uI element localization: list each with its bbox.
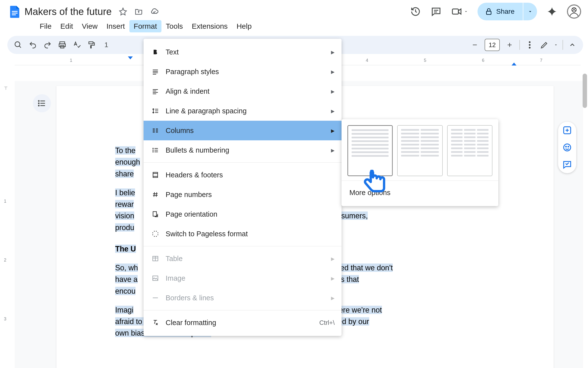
ruler-tick-label: 4 <box>366 58 368 63</box>
meet-button[interactable] <box>451 6 468 17</box>
svg-rect-0 <box>12 11 17 12</box>
star-icon[interactable] <box>119 7 127 16</box>
shortcut-label: Ctrl+\ <box>319 319 335 327</box>
menu-line-spacing[interactable]: Line & paragraph spacing ▸ <box>144 101 342 121</box>
menu-label: Borders & lines <box>166 294 214 302</box>
menu-page-orientation[interactable]: Page orientation <box>144 204 342 224</box>
menu-paragraph-styles[interactable]: Paragraph styles ▸ <box>144 62 342 81</box>
vertical-scrollbar[interactable] <box>583 74 587 108</box>
svg-rect-35 <box>153 91 156 91</box>
docs-logo[interactable] <box>7 4 23 19</box>
menu-help[interactable]: Help <box>232 20 256 32</box>
redo-icon[interactable] <box>43 40 52 50</box>
menu-table: Table ▸ <box>144 249 342 268</box>
svg-rect-46 <box>156 130 158 130</box>
svg-rect-37 <box>153 93 156 94</box>
menu-clear-formatting[interactable]: Clear formatting Ctrl+\ <box>144 313 342 332</box>
menu-edit[interactable]: Edit <box>56 20 77 32</box>
menu-tools[interactable]: Tools <box>161 20 187 32</box>
svg-rect-6 <box>487 11 491 14</box>
outline-toggle[interactable] <box>33 94 51 112</box>
separator <box>144 246 342 246</box>
svg-point-22 <box>529 44 530 46</box>
svg-rect-45 <box>156 129 158 129</box>
menu-file[interactable]: File <box>35 20 56 32</box>
share-dropdown[interactable] <box>523 3 537 20</box>
suggest-edits-button[interactable] <box>562 159 572 170</box>
gemini-icon[interactable] <box>546 6 558 17</box>
indent-marker-right[interactable] <box>512 63 516 66</box>
svg-rect-55 <box>153 172 158 178</box>
borders-icon <box>150 294 160 301</box>
zoom-indicator[interactable]: 1 <box>101 40 111 50</box>
chevron-down-icon[interactable] <box>554 43 558 47</box>
column-option-3[interactable] <box>447 125 492 176</box>
svg-rect-52 <box>155 150 158 150</box>
menu-label: Text <box>166 48 179 56</box>
editing-mode-icon[interactable] <box>539 40 549 50</box>
svg-point-51 <box>152 150 154 151</box>
svg-rect-31 <box>153 71 158 72</box>
svg-rect-44 <box>153 132 155 132</box>
menu-label: Columns <box>166 127 194 135</box>
cursor-pointer-icon <box>361 166 390 196</box>
menu-view[interactable]: View <box>77 20 102 32</box>
vruler-tick-label: ⊤ <box>4 86 8 91</box>
svg-point-71 <box>564 144 571 151</box>
menu-format[interactable]: Format <box>129 20 161 32</box>
collapse-icon[interactable] <box>567 40 577 50</box>
undo-icon[interactable] <box>28 40 38 50</box>
svg-rect-1 <box>12 13 17 14</box>
chevron-right-icon: ▸ <box>331 107 335 115</box>
text-span: share <box>115 170 134 178</box>
menu-align-indent[interactable]: Align & indent ▸ <box>144 81 342 101</box>
svg-point-28 <box>38 105 39 106</box>
move-icon[interactable] <box>134 7 143 16</box>
menu-extensions[interactable]: Extensions <box>187 20 232 32</box>
menu-columns[interactable]: Columns ▸ <box>144 121 342 140</box>
menu-pageless[interactable]: Switch to Pageless format <box>144 224 342 244</box>
menu-label: Clear formatting <box>166 319 216 327</box>
print-icon[interactable] <box>57 40 67 50</box>
document-title[interactable]: Makers of the future <box>24 6 112 17</box>
more-toolbar-icon[interactable] <box>525 40 535 50</box>
spellcheck-icon[interactable] <box>72 40 82 50</box>
text-span: I belie <box>115 188 135 197</box>
vertical-ruler[interactable]: ⊤ 1 2 3 <box>1 83 11 368</box>
menu-page-numbers[interactable]: Page numbers <box>144 185 342 204</box>
history-icon[interactable] <box>410 6 421 17</box>
cloud-status-icon[interactable] <box>150 7 159 16</box>
svg-rect-27 <box>40 103 45 104</box>
svg-point-7 <box>568 5 580 18</box>
text-span: produ <box>115 223 134 232</box>
list-icon <box>150 147 160 154</box>
format-dropdown: Text ▸ Paragraph styles ▸ Align & indent… <box>144 39 342 336</box>
indent-marker-top[interactable] <box>128 56 133 59</box>
menu-label: Bullets & numbering <box>166 146 229 154</box>
menu-label: Align & indent <box>166 87 209 95</box>
share-button[interactable]: Share <box>478 3 523 20</box>
menu-headers-footers[interactable]: Headers & footers <box>144 165 342 185</box>
svg-rect-30 <box>153 70 158 70</box>
separator <box>563 40 563 50</box>
svg-rect-36 <box>153 92 158 93</box>
account-avatar[interactable] <box>567 4 581 19</box>
font-size-input[interactable]: 12 <box>485 39 500 51</box>
menu-insert[interactable]: Insert <box>102 20 129 32</box>
chevron-right-icon: ▸ <box>331 126 335 135</box>
emoji-button[interactable] <box>562 142 572 153</box>
clear-format-icon <box>150 319 160 326</box>
svg-rect-32 <box>153 73 158 73</box>
side-panel <box>558 122 576 173</box>
add-comment-button[interactable] <box>562 125 572 135</box>
menu-text[interactable]: Text ▸ <box>144 42 342 62</box>
column-option-2[interactable] <box>397 125 442 176</box>
svg-rect-54 <box>155 152 158 152</box>
font-size-increase[interactable] <box>505 40 514 50</box>
comment-icon[interactable] <box>430 6 442 17</box>
paint-format-icon[interactable] <box>87 40 97 50</box>
search-menus-icon[interactable] <box>13 40 23 50</box>
menu-bullets-numbering[interactable]: Bullets & numbering ▸ <box>144 140 342 160</box>
font-size-decrease[interactable] <box>470 40 480 50</box>
chevron-right-icon: ▸ <box>331 146 335 154</box>
